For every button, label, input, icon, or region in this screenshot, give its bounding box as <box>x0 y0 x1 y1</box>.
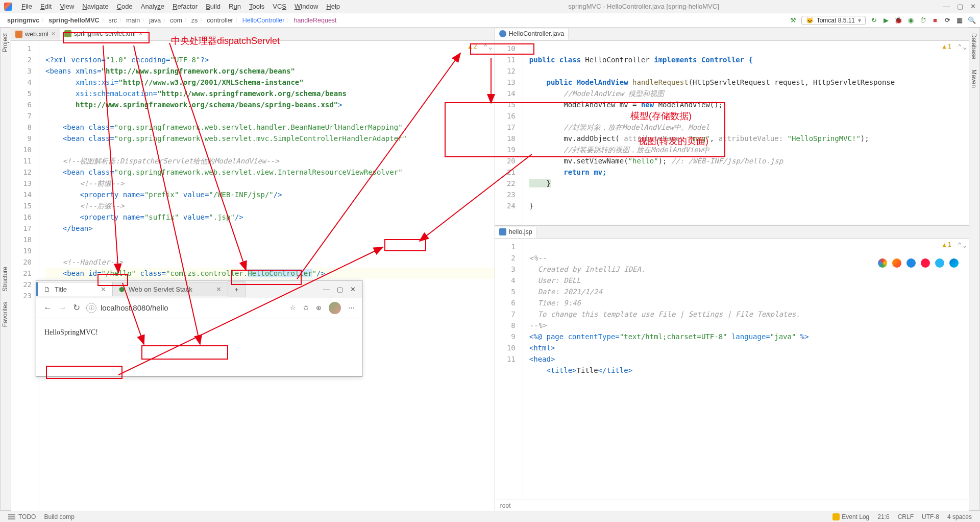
run-icon[interactable]: ▶ <box>882 16 890 25</box>
menu-run[interactable]: Run <box>225 2 245 11</box>
menu-code[interactable]: Code <box>113 2 137 11</box>
coverage-icon[interactable]: ◉ <box>906 16 915 25</box>
search-icon[interactable]: 🔍 <box>968 16 976 25</box>
structure-icon[interactable]: ▦ <box>955 16 964 25</box>
menu-file[interactable]: File <box>17 2 36 11</box>
menu-navigate[interactable]: Navigate <box>78 2 112 11</box>
profile-icon[interactable]: ⏱ <box>919 16 927 25</box>
window-maximize-button[interactable]: ▢ <box>957 3 963 10</box>
run-config-dropdown[interactable]: 🐱Tomcat 8.5.11▾ <box>801 16 866 25</box>
menu-refactor[interactable]: Refactor <box>168 2 202 11</box>
app-logo-icon <box>4 3 12 11</box>
debug-icon[interactable]: 🐞 <box>894 16 902 25</box>
rerun-icon[interactable]: ↻ <box>870 16 878 25</box>
menu-edit[interactable]: Edit <box>36 2 56 11</box>
menu-tools[interactable]: Tools <box>245 2 268 11</box>
build-icon[interactable]: ⚒ <box>789 16 797 25</box>
window-minimize-button[interactable]: — <box>943 3 950 10</box>
menu-view[interactable]: View <box>56 2 78 11</box>
menu-vcs[interactable]: VCS <box>268 2 290 11</box>
window-close-button[interactable]: ✕ <box>970 3 976 10</box>
menu-window[interactable]: Window <box>290 2 322 11</box>
menu-analyze[interactable]: Analyze <box>137 2 168 11</box>
menu-build[interactable]: Build <box>202 2 225 11</box>
toolbar: ⚒ 🐱Tomcat 8.5.11▾ ↻ ▶ 🐞 ◉ ⏱ ■ ⟳ ▦ 🔍 <box>789 16 976 25</box>
window-title: springMVC - HelloController.java [spring… <box>344 3 943 10</box>
breadcrumb[interactable]: springmvc〉 spring-helloMVC〉 src〉 main〉 j… <box>4 17 340 24</box>
stop-icon[interactable]: ■ <box>931 16 939 25</box>
menu-help[interactable]: Help <box>322 2 344 11</box>
update-icon[interactable]: ⟳ <box>943 16 951 25</box>
